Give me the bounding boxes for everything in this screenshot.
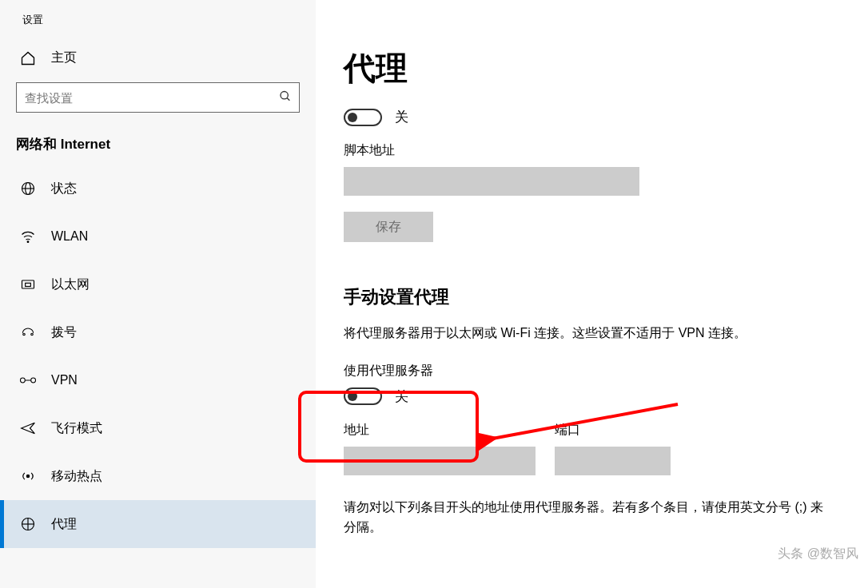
sidebar-item-airplane[interactable]: 飞行模式 — [0, 404, 316, 452]
use-proxy-toggle[interactable] — [344, 387, 382, 405]
sidebar-item-status[interactable]: 状态 — [0, 165, 316, 213]
sidebar-item-hotspot[interactable]: 移动热点 — [0, 452, 316, 500]
globe-icon — [19, 181, 37, 197]
svg-point-13 — [26, 475, 29, 477]
svg-point-11 — [31, 378, 36, 383]
sidebar-item-ethernet[interactable]: 以太网 — [0, 260, 316, 308]
sidebar-item-label: 拨号 — [51, 324, 77, 341]
manual-section-desc: 将代理服务器用于以太网或 Wi-Fi 连接。这些设置不适用于 VPN 连接。 — [344, 324, 791, 344]
svg-point-5 — [27, 241, 29, 243]
sidebar-item-label: 飞行模式 — [51, 420, 102, 437]
main-content: 代理 关 脚本地址 保存 手动设置代理 将代理服务器用于以太网或 Wi-Fi 连… — [344, 0, 868, 588]
hotspot-icon — [19, 468, 37, 484]
search-input[interactable] — [16, 82, 300, 113]
exclude-note: 请勿对以下列条目开头的地址使用代理服务器。若有多个条目，请使用英文分号 (;) … — [344, 498, 823, 538]
sidebar: 设置 主页 网络和 Internet 状态 WLAN 以太网 — [0, 0, 316, 588]
home-label: 主页 — [51, 50, 77, 66]
svg-point-8 — [23, 333, 26, 336]
ethernet-icon — [19, 276, 37, 292]
search-icon — [279, 90, 292, 105]
svg-rect-6 — [22, 280, 34, 288]
save-button[interactable]: 保存 — [344, 212, 433, 242]
auto-detect-toggle-row: 关 — [344, 108, 868, 126]
app-title: 设置 — [0, 10, 316, 35]
svg-line-1 — [287, 98, 289, 101]
port-input[interactable] — [555, 447, 671, 475]
airplane-icon — [19, 420, 37, 436]
address-input[interactable] — [344, 447, 536, 475]
svg-rect-7 — [26, 283, 31, 286]
use-proxy-toggle-state: 关 — [395, 387, 408, 406]
svg-point-9 — [31, 333, 34, 336]
svg-point-0 — [281, 92, 288, 99]
dialup-icon — [19, 324, 37, 340]
sidebar-item-wlan[interactable]: WLAN — [0, 213, 316, 260]
page-title: 代理 — [344, 46, 868, 90]
auto-detect-toggle[interactable] — [344, 109, 382, 126]
sidebar-item-label: 状态 — [51, 181, 77, 197]
sidebar-item-label: VPN — [51, 373, 78, 387]
search-wrap — [16, 82, 300, 113]
sidebar-item-vpn[interactable]: VPN — [0, 356, 316, 404]
sidebar-item-label: WLAN — [51, 229, 88, 244]
sidebar-item-proxy[interactable]: 代理 — [0, 500, 316, 548]
address-label: 地址 — [344, 422, 536, 439]
home-icon — [19, 50, 37, 66]
vpn-icon — [19, 373, 37, 387]
watermark: 头条 @数智风 — [778, 546, 858, 562]
svg-point-10 — [20, 378, 25, 383]
use-proxy-label: 使用代理服务器 — [344, 363, 868, 379]
port-label: 端口 — [555, 422, 671, 439]
script-address-input[interactable] — [344, 167, 639, 196]
home-nav[interactable]: 主页 — [0, 35, 316, 74]
sidebar-item-dialup[interactable]: 拨号 — [0, 308, 316, 356]
wifi-icon — [19, 228, 37, 244]
use-proxy-toggle-row: 关 — [344, 387, 868, 406]
proxy-icon — [19, 516, 37, 532]
sidebar-item-label: 以太网 — [51, 276, 90, 293]
manual-section-title: 手动设置代理 — [344, 285, 868, 309]
script-address-label: 脚本地址 — [344, 142, 868, 159]
category-title: 网络和 Internet — [0, 125, 316, 165]
sidebar-item-label: 移动热点 — [51, 468, 102, 485]
sidebar-item-label: 代理 — [51, 516, 77, 533]
auto-detect-toggle-state: 关 — [395, 108, 408, 126]
